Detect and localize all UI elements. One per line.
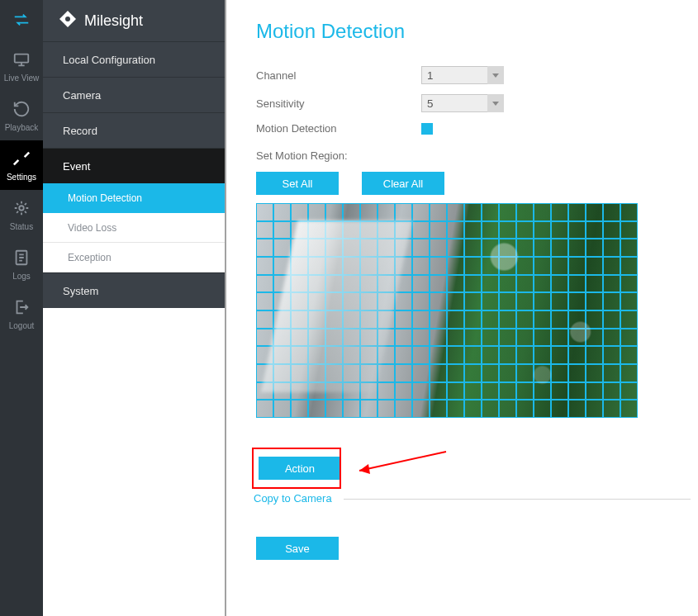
region-cell[interactable] (343, 292, 360, 310)
region-cell[interactable] (516, 275, 534, 293)
region-cell[interactable] (620, 292, 638, 310)
region-cell[interactable] (464, 364, 482, 382)
region-cell[interactable] (482, 400, 499, 418)
region-cell[interactable] (534, 346, 551, 364)
region-cell[interactable] (568, 257, 586, 275)
region-cell[interactable] (256, 203, 273, 221)
region-cell[interactable] (412, 257, 430, 275)
region-cell[interactable] (377, 257, 395, 275)
region-cell[interactable] (273, 275, 291, 293)
set-all-button[interactable]: Set All (256, 172, 339, 195)
region-cell[interactable] (325, 292, 343, 310)
region-cell[interactable] (256, 275, 273, 293)
region-cell[interactable] (430, 275, 447, 293)
region-cell[interactable] (308, 292, 325, 310)
region-cell[interactable] (360, 292, 377, 310)
region-cell[interactable] (499, 221, 516, 239)
region-cell[interactable] (291, 275, 308, 293)
region-cell[interactable] (273, 400, 291, 418)
region-cell[interactable] (395, 275, 412, 293)
region-cell[interactable] (464, 203, 482, 221)
region-cell[interactable] (291, 382, 308, 400)
region-cell[interactable] (551, 203, 568, 221)
region-cell[interactable] (551, 346, 568, 364)
region-cell[interactable] (482, 221, 499, 239)
region-cell[interactable] (325, 329, 343, 347)
region-cell[interactable] (256, 400, 273, 418)
region-cell[interactable] (499, 239, 516, 257)
region-cell[interactable] (603, 275, 620, 293)
region-cell[interactable] (377, 239, 395, 257)
region-cell[interactable] (430, 239, 447, 257)
region-cell[interactable] (551, 221, 568, 239)
region-cell[interactable] (343, 400, 360, 418)
region-cell[interactable] (360, 400, 377, 418)
region-cell[interactable] (395, 400, 412, 418)
clear-all-button[interactable]: Clear All (362, 172, 444, 195)
region-cell[interactable] (482, 382, 499, 400)
region-cell[interactable] (586, 400, 603, 418)
region-cell[interactable] (534, 257, 551, 275)
region-cell[interactable] (256, 221, 273, 239)
region-cell[interactable] (343, 329, 360, 347)
nav-record[interactable]: Record (43, 112, 225, 148)
region-cell[interactable] (603, 400, 620, 418)
region-cell[interactable] (430, 364, 447, 382)
region-cell[interactable] (516, 239, 534, 257)
region-cell[interactable] (360, 382, 377, 400)
region-cell[interactable] (499, 292, 516, 310)
region-cell[interactable] (412, 382, 430, 400)
region-cell[interactable] (620, 400, 638, 418)
region-cell[interactable] (343, 257, 360, 275)
region-cell[interactable] (534, 239, 551, 257)
region-cell[interactable] (325, 221, 343, 239)
region-cell[interactable] (534, 221, 551, 239)
region-cell[interactable] (447, 257, 464, 275)
region-cell[interactable] (586, 275, 603, 293)
region-cell[interactable] (377, 221, 395, 239)
region-cell[interactable] (482, 257, 499, 275)
region-cell[interactable] (430, 257, 447, 275)
region-cell[interactable] (325, 310, 343, 329)
region-cell[interactable] (620, 310, 638, 329)
region-cell[interactable] (464, 382, 482, 400)
region-cell[interactable] (430, 203, 447, 221)
region-cell[interactable] (256, 382, 273, 400)
region-cell[interactable] (447, 382, 464, 400)
region-cell[interactable] (534, 364, 551, 382)
sensitivity-select[interactable]: 5 (421, 94, 504, 112)
region-cell[interactable] (308, 239, 325, 257)
region-cell[interactable] (603, 346, 620, 364)
region-cell[interactable] (412, 346, 430, 364)
region-cell[interactable] (308, 364, 325, 382)
region-cell[interactable] (273, 382, 291, 400)
region-cell[interactable] (360, 203, 377, 221)
region-cell[interactable] (430, 292, 447, 310)
region-cell[interactable] (620, 275, 638, 293)
region-cell[interactable] (395, 221, 412, 239)
region-cell[interactable] (603, 292, 620, 310)
region-cell[interactable] (568, 346, 586, 364)
region-cell[interactable] (568, 221, 586, 239)
region-cell[interactable] (447, 275, 464, 293)
region-cell[interactable] (360, 329, 377, 347)
region-cell[interactable] (586, 346, 603, 364)
region-cell[interactable] (586, 364, 603, 382)
region-cell[interactable] (273, 292, 291, 310)
region-cell[interactable] (620, 239, 638, 257)
region-cell[interactable] (377, 203, 395, 221)
region-cell[interactable] (586, 221, 603, 239)
region-cell[interactable] (412, 364, 430, 382)
region-cell[interactable] (586, 203, 603, 221)
motion-region-grid[interactable] (256, 203, 638, 418)
region-cell[interactable] (499, 275, 516, 293)
region-cell[interactable] (395, 239, 412, 257)
region-cell[interactable] (534, 292, 551, 310)
nav-motion-detection[interactable]: Motion Detection (43, 183, 225, 213)
region-cell[interactable] (308, 257, 325, 275)
region-cell[interactable] (516, 203, 534, 221)
region-cell[interactable] (499, 382, 516, 400)
region-cell[interactable] (551, 239, 568, 257)
region-cell[interactable] (499, 364, 516, 382)
region-cell[interactable] (568, 329, 586, 347)
